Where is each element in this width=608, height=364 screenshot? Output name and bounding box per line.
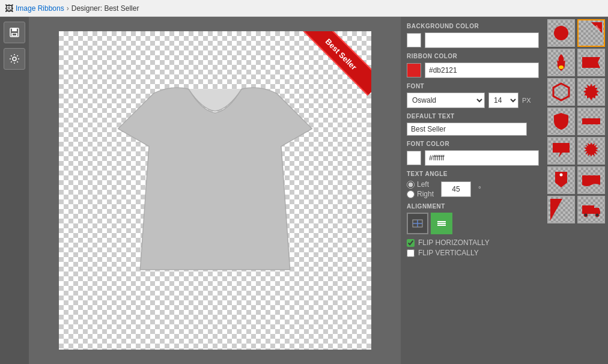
background-color-label: BACKGROUND COLOR [407, 23, 539, 29]
angle-right-label: Right [417, 190, 434, 198]
alignment-section: ALIGNMENT [407, 203, 539, 257]
shape-splat[interactable] [577, 137, 605, 165]
background-color-input[interactable] [425, 32, 539, 48]
svg-point-21 [595, 213, 599, 217]
shape-corner-flag[interactable] [547, 196, 575, 223]
breadcrumb-home[interactable]: Image Ribbons [16, 4, 64, 13]
font-color-swatch[interactable] [407, 151, 421, 165]
left-sidebar [0, 17, 29, 364]
shape-burst-seal[interactable] [577, 78, 605, 106]
app-icon: 🖼 [5, 4, 13, 13]
svg-marker-15 [553, 83, 569, 100]
shape-minus-ribbon[interactable] [577, 108, 605, 135]
alignment-label: ALIGNMENT [407, 203, 539, 210]
canvas-inner[interactable]: Best Seller [59, 31, 371, 350]
align-center-button[interactable] [431, 213, 452, 234]
flip-vertical-checkbox[interactable] [407, 249, 415, 257]
text-angle-label: TEXT ANGLE [407, 171, 539, 177]
font-section: FONT Oswald Arial Georgia 14 12 16 18 20 [407, 83, 539, 108]
shape-circle[interactable] [547, 19, 575, 47]
svg-point-17 [560, 174, 563, 177]
default-text-section: DEFAULT TEXT [407, 113, 539, 136]
shape-gallery: Best [545, 17, 608, 364]
shape-corner-ribbon[interactable]: Best [577, 19, 605, 47]
angle-left-radio[interactable] [407, 181, 415, 189]
svg-rect-16 [582, 118, 600, 124]
svg-point-20 [584, 213, 588, 217]
shape-truck[interactable] [577, 196, 605, 223]
default-text-input[interactable] [407, 123, 527, 136]
font-color-label: FONT COLOR [407, 141, 539, 147]
font-size-select[interactable]: 14 12 16 18 20 [488, 93, 518, 108]
ribbon-color-swatch[interactable] [407, 63, 421, 77]
font-color-input[interactable] [425, 150, 539, 166]
ribbon-corner: Best Seller [299, 31, 371, 103]
shape-hexagon[interactable] [547, 78, 575, 106]
ribbon-color-label: RIBBON COLOR [407, 53, 539, 59]
ribbon-color-section: RIBBON COLOR [407, 53, 539, 78]
default-text-label: DEFAULT TEXT [407, 113, 539, 120]
svg-point-4 [13, 57, 16, 61]
angle-radio-group: Left Right [407, 180, 434, 198]
breadcrumb-current: Designer: Best Seller [71, 4, 139, 13]
font-size-unit: PX [522, 97, 531, 104]
shape-flame[interactable] [547, 49, 575, 76]
shape-shield[interactable] [547, 108, 575, 135]
shape-banner-wave[interactable] [577, 166, 605, 194]
text-angle-section: TEXT ANGLE Left Right ° [407, 171, 539, 198]
shape-speech-bubble[interactable] [547, 137, 575, 165]
font-color-section: FONT COLOR [407, 141, 539, 166]
shape-tag[interactable] [547, 166, 575, 194]
shape-banner-flag[interactable] [577, 49, 605, 76]
save-button[interactable] [4, 22, 25, 43]
svg-rect-19 [582, 205, 594, 214]
background-color-swatch[interactable] [407, 33, 421, 47]
flip-horizontal-checkbox[interactable] [407, 239, 415, 247]
font-select[interactable]: Oswald Arial Georgia [407, 93, 485, 108]
svg-marker-18 [550, 199, 562, 220]
background-color-section: BACKGROUND COLOR [407, 23, 539, 48]
svg-rect-3 [13, 34, 16, 35]
align-left-button[interactable] [407, 213, 428, 234]
flip-vertical-label: FLIP VERTICALLY [418, 249, 479, 257]
top-bar: 🖼 Image Ribbons › Designer: Best Seller [0, 0, 608, 17]
controls-panel: BACKGROUND COLOR RIBBON COLOR FONT [401, 17, 545, 364]
main-layout: Best Seller BACKGROUND COLOR RIBBON COLO… [0, 17, 608, 364]
angle-left-label: Left [417, 180, 429, 189]
angle-input[interactable] [441, 181, 471, 197]
font-label: FONT [407, 83, 539, 89]
ribbon-color-input[interactable] [425, 62, 539, 78]
flip-horizontal-label: FLIP HORIZONTALLY [418, 238, 490, 247]
canvas-area: Best Seller [29, 17, 401, 364]
svg-point-14 [559, 65, 564, 69]
breadcrumb-sep1: › [67, 4, 69, 13]
ribbon-text: Best Seller [299, 31, 371, 96]
settings-button[interactable] [4, 48, 25, 70]
svg-point-11 [554, 26, 568, 40]
right-section: BACKGROUND COLOR RIBBON COLOR FONT [401, 17, 608, 364]
degree-symbol: ° [478, 185, 481, 193]
angle-right-radio[interactable] [407, 190, 415, 198]
svg-rect-1 [12, 28, 17, 31]
